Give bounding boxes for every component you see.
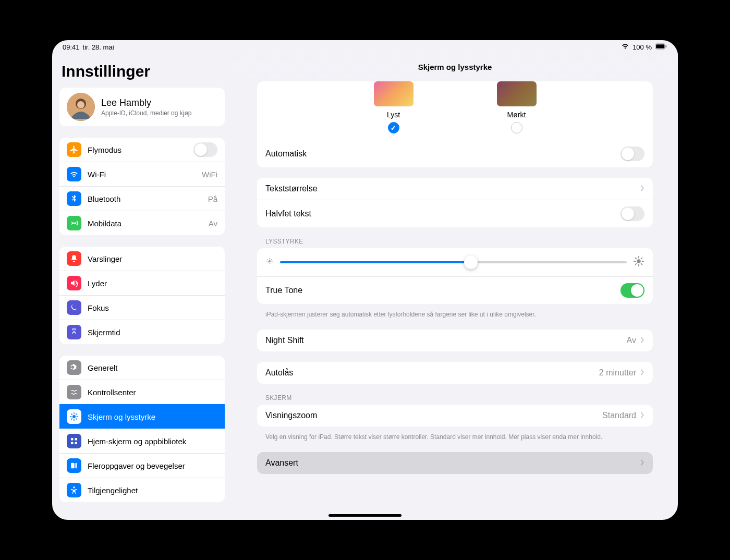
dark-thumbnail [497,81,537,106]
sidebar-item-control-center[interactable]: Kontrollsenter [59,380,225,404]
automatic-toggle[interactable] [620,147,644,161]
display-zoom-label: Visningszoom [265,411,602,420]
light-label: Lyst [374,111,413,119]
true-tone-label: True Tone [265,286,620,295]
settings-title: Innstillinger [59,55,225,88]
auto-lock-row[interactable]: Autolås 2 minutter [257,362,653,384]
gear-icon [67,360,81,375]
airplane-toggle[interactable] [193,142,217,157]
display-zoom-row[interactable]: Visningszoom Standard [257,405,653,427]
night-shift-value: Av [627,336,636,345]
multitask-icon [67,458,81,473]
auto-lock-value: 2 minutter [599,368,636,378]
chevron-right-icon [640,458,644,468]
svg-point-14 [269,260,271,262]
sidebar-item-focus[interactable]: Fokus [59,295,225,320]
wifi-icon [621,43,629,51]
sidebar-item-screentime[interactable]: Skjermtid [59,320,225,344]
svg-point-13 [73,486,75,488]
avatar [67,93,95,121]
grid-icon [67,434,81,448]
wifi-settings-icon [67,167,81,181]
dark-label: Mørkt [497,111,537,119]
sidebar-item-cellular[interactable]: Mobildata Av [59,211,225,235]
main-title: Skjerm og lysstyrke [232,52,678,79]
bluetooth-value: På [208,194,217,203]
profile-sub: Apple-ID, iCloud, medier og kjøp [101,109,191,117]
dark-radio[interactable] [511,122,522,133]
text-size-label: Tekststørrelse [265,184,640,193]
true-tone-toggle[interactable] [620,283,644,298]
appearance-dark[interactable]: Mørkt [497,81,537,133]
accessibility-icon [67,483,81,497]
control-center-label: Kontrollsenter [88,388,217,397]
bold-text-label: Halvfet tekst [265,209,620,218]
automatic-row[interactable]: Automatisk [257,140,653,167]
sidebar-item-bluetooth[interactable]: Bluetooth På [59,186,225,211]
brightness-icon [67,409,81,424]
display-zoom-value: Standard [602,411,636,420]
status-bar: 09:41 tir. 28. mai 100 % [52,40,678,52]
night-shift-row[interactable]: Night Shift Av [257,330,653,351]
bell-icon [67,251,81,266]
general-label: Generelt [88,363,217,372]
automatic-label: Automatisk [265,149,620,159]
moon-icon [67,300,81,315]
chevron-right-icon [640,336,644,345]
battery-percent: 100 % [632,43,652,51]
svg-rect-10 [75,442,78,445]
home-indicator[interactable] [328,514,402,517]
home-label: Hjem-skjerm og appbibliotek [88,437,217,446]
airplane-icon [67,142,81,157]
chevron-right-icon [640,184,644,193]
sidebar-item-general[interactable]: Generelt [59,356,225,380]
sidebar-item-display[interactable]: Skjerm og lysstyrke [59,404,225,429]
night-shift-label: Night Shift [265,336,627,345]
true-tone-footer: iPad-skjermen justerer seg automatisk et… [257,307,653,319]
appearance-light[interactable]: Lyst [374,81,413,133]
cellular-label: Mobildata [88,219,202,228]
sun-large-icon [633,255,644,269]
status-date: tir. 28. mai [83,43,114,51]
advanced-label: Avansert [265,458,640,468]
sidebar: Innstillinger Lee Hambly Apple-ID, iClou… [52,52,232,520]
wifi-value: WiFi [202,170,217,179]
display-label: Skjerm og lysstyrke [88,412,217,421]
sounds-label: Lyder [88,279,217,288]
profile-name: Lee Hambly [101,98,191,108]
display-zoom-footer: Velg en visning for iPad. Større tekst v… [257,430,653,442]
svg-point-15 [637,259,640,263]
sidebar-item-sounds[interactable]: Lyder [59,271,225,295]
notifications-label: Varslinger [88,254,217,263]
svg-rect-7 [71,438,74,441]
svg-rect-1 [656,44,664,48]
text-size-row[interactable]: Tekststørrelse [257,178,653,200]
speaker-icon [67,276,81,290]
chevron-right-icon [640,368,644,378]
light-radio[interactable] [388,122,399,133]
main-panel: Skjerm og lysstyrke Lyst Mør [232,52,678,520]
advanced-row[interactable]: Avansert [257,452,653,474]
bluetooth-icon [67,191,81,206]
svg-rect-12 [75,463,77,469]
sidebar-item-airplane[interactable]: Flymodus [59,138,225,162]
svg-rect-8 [75,438,78,441]
light-thumbnail [374,81,413,106]
bold-text-toggle[interactable] [620,206,644,221]
sidebar-item-home[interactable]: Hjem-skjerm og appbibliotek [59,429,225,453]
sidebar-item-wifi[interactable]: Wi-Fi WiFi [59,162,225,186]
sidebar-item-multitask[interactable]: Fleroppgaver og bevegelser [59,453,225,478]
brightness-slider[interactable] [280,261,627,263]
svg-point-6 [72,415,76,418]
chevron-right-icon [640,411,644,420]
wifi-label: Wi-Fi [88,170,196,179]
svg-rect-11 [71,463,75,469]
sidebar-item-accessibility[interactable]: Tilgjengelighet [59,478,225,502]
brightness-slider-row[interactable] [257,248,653,276]
profile-row[interactable]: Lee Hambly Apple-ID, iCloud, medier og k… [59,88,225,126]
bold-text-row[interactable]: Halvfet tekst [257,200,653,227]
cellular-value: Av [209,219,217,228]
screentime-label: Skjermtid [88,328,217,337]
sidebar-item-notifications[interactable]: Varslinger [59,247,225,271]
true-tone-row[interactable]: True Tone [257,276,653,304]
